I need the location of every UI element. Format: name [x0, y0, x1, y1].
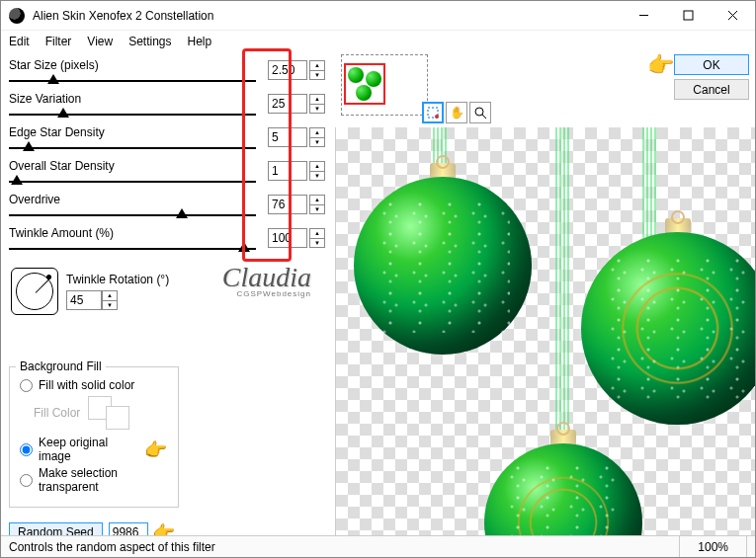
slider-label: Star Size (pixels) [9, 58, 99, 72]
radio-keep-label: Keep original image [39, 436, 140, 463]
zoom-tool[interactable] [469, 102, 491, 123]
window-controls [622, 1, 755, 31]
svg-point-6 [475, 108, 483, 116]
slider-thumb[interactable] [23, 141, 35, 151]
menu-help[interactable]: Help [188, 35, 212, 48]
svg-rect-1 [684, 11, 693, 20]
slider-thumb[interactable] [176, 208, 188, 218]
ornament-preview [354, 177, 532, 355]
slider-spinner[interactable]: ▲▼ [309, 127, 325, 147]
twinkle-rotation-input[interactable] [66, 290, 102, 310]
slider-track[interactable] [9, 80, 256, 82]
ornament-preview [484, 443, 642, 535]
menu-view[interactable]: View [87, 35, 113, 48]
app-icon [9, 8, 25, 24]
radio-keep-original[interactable] [20, 443, 33, 456]
slider-value-input[interactable] [268, 161, 307, 181]
slider-spinner[interactable]: ▲▼ [309, 94, 325, 114]
slider-spinner[interactable]: ▲▼ [309, 60, 325, 80]
radio-transparent[interactable] [20, 474, 33, 487]
fillcolor-swatches[interactable] [88, 396, 129, 430]
background-fill-group: Background Fill Fill with solid color Fi… [9, 366, 179, 508]
titlebar: Alien Skin Xenofex 2 Constellation [1, 1, 755, 31]
slider-track[interactable] [9, 147, 256, 149]
ok-button[interactable]: OK [674, 54, 749, 75]
slider-thumb[interactable] [47, 74, 59, 84]
slider-track[interactable] [9, 181, 256, 183]
minimize-button[interactable] [622, 1, 666, 31]
twinkle-rotation-label: Twinkle Rotation (°) [66, 273, 169, 286]
close-button[interactable] [711, 1, 755, 31]
twinkle-rotation-spinner[interactable]: ▲▼ [102, 290, 118, 310]
menubar: Edit Filter View Settings Help [1, 31, 755, 52]
rotation-dial[interactable] [11, 268, 58, 315]
pointer-icon: 👈 [146, 438, 168, 460]
slider-value-input[interactable] [268, 60, 307, 80]
slider-label: Overall Star Density [9, 159, 115, 173]
slider-label: Twinkle Amount (%) [9, 226, 114, 240]
cancel-button[interactable]: Cancel [674, 79, 749, 100]
fillcolor-label: Fill Color [34, 406, 80, 420]
slider-value-input[interactable] [268, 228, 307, 248]
statusbar: Controls the random aspect of this filte… [1, 535, 755, 557]
menu-settings[interactable]: Settings [128, 35, 171, 48]
slider-thumb[interactable] [11, 175, 23, 185]
svg-line-7 [482, 115, 486, 119]
menu-filter[interactable]: Filter [45, 35, 72, 48]
navigator-thumbnail[interactable] [341, 54, 428, 116]
slider-thumb[interactable] [57, 108, 69, 118]
slider-track[interactable] [9, 248, 256, 250]
slider-spinner[interactable]: ▲▼ [309, 228, 325, 248]
menu-edit[interactable]: Edit [9, 35, 30, 48]
slider-track[interactable] [9, 214, 256, 216]
slider-label: Edge Star Density [9, 125, 105, 139]
slider-label: Overdrive [9, 193, 60, 206]
slider-value-input[interactable] [268, 94, 307, 114]
status-text: Controls the random aspect of this filte… [9, 540, 215, 554]
slider-value-input[interactable] [268, 127, 307, 147]
preview-canvas[interactable] [335, 127, 755, 535]
maximize-button[interactable] [666, 1, 711, 31]
group-legend: Background Fill [16, 359, 106, 373]
slider-label: Size Variation [9, 92, 81, 106]
hand-tool[interactable]: ✋ [446, 102, 467, 123]
slider-track[interactable] [9, 114, 256, 116]
signature-sub: CGSPWebdesign [236, 289, 311, 298]
marquee-tool[interactable] [422, 102, 444, 123]
svg-point-5 [435, 115, 439, 119]
preview-panel: 👉 OK Cancel ✋ [335, 52, 755, 535]
slider-spinner[interactable]: ▲▼ [309, 161, 325, 181]
radio-solid-color[interactable] [20, 379, 33, 392]
radio-solid-label: Fill with solid color [39, 378, 134, 392]
radio-trans-label: Make selection transparent [39, 466, 168, 494]
ornament-preview [581, 232, 755, 425]
window-title: Alien Skin Xenofex 2 Constellation [33, 9, 213, 23]
slider-thumb[interactable] [238, 242, 250, 252]
zoom-level[interactable]: 100% [679, 536, 747, 557]
pointer-icon: 👉 [647, 52, 674, 78]
slider-value-input[interactable] [268, 195, 307, 214]
settings-panel: Star Size (pixels)▲▼Size Variation▲▼Edge… [1, 52, 335, 535]
slider-spinner[interactable]: ▲▼ [309, 195, 325, 214]
